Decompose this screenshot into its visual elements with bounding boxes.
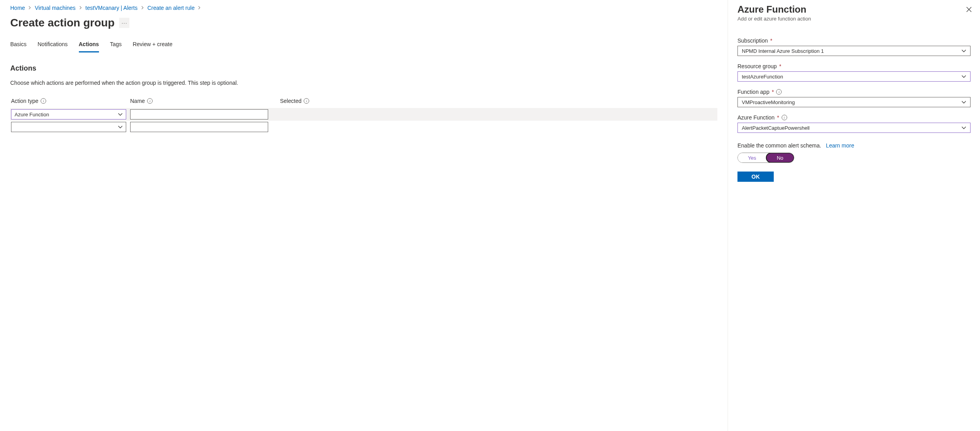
- action-type-select[interactable]: Azure Function: [11, 109, 126, 119]
- tab-notifications[interactable]: Notifications: [37, 41, 67, 52]
- panel-title: Azure Function: [737, 4, 971, 15]
- action-name-input[interactable]: [130, 122, 268, 132]
- info-icon[interactable]: i: [41, 98, 46, 104]
- field-function-app: Function app * i VMProactiveMonitoring: [737, 89, 971, 107]
- action-name-input[interactable]: [130, 109, 268, 119]
- required-indicator: *: [777, 114, 779, 121]
- subscription-value: NPMD Internal Azure Subscription 1: [742, 48, 824, 54]
- subscription-select[interactable]: NPMD Internal Azure Subscription 1: [737, 46, 971, 56]
- tab-tags[interactable]: Tags: [110, 41, 122, 52]
- chevron-down-icon: [118, 112, 123, 117]
- main-content: Home Virtual machines testVMcanary | Ale…: [0, 0, 728, 431]
- schema-text-row: Enable the common alert schema. Learn mo…: [737, 142, 971, 149]
- side-panel: Azure Function Add or edit azure functio…: [728, 0, 980, 431]
- chevron-right-icon: [28, 5, 32, 11]
- breadcrumb-item[interactable]: testVMcanary | Alerts: [86, 5, 138, 11]
- tab-review-create[interactable]: Review + create: [133, 41, 172, 52]
- chevron-right-icon: [79, 5, 82, 11]
- chevron-down-icon: [961, 125, 966, 130]
- page-title: Create action group: [10, 17, 114, 29]
- azure-function-select[interactable]: AlertPacketCaptuePowershell: [737, 123, 971, 133]
- chevron-right-icon: [198, 5, 201, 11]
- more-button[interactable]: ···: [119, 18, 129, 28]
- breadcrumb-item[interactable]: Home: [10, 5, 25, 11]
- close-button[interactable]: [965, 6, 973, 13]
- function-app-label: Function app: [737, 89, 769, 95]
- chevron-right-icon: [141, 5, 144, 11]
- breadcrumb: Home Virtual machines testVMcanary | Ale…: [10, 5, 717, 11]
- field-subscription: Subscription * NPMD Internal Azure Subsc…: [737, 37, 971, 56]
- action-type-value: Azure Function: [15, 112, 49, 118]
- tabs: Basics Notifications Actions Tags Review…: [10, 41, 717, 52]
- azure-function-label: Azure Function: [737, 114, 775, 121]
- table-header: Action type i Name i Selected i: [10, 98, 717, 108]
- required-indicator: *: [779, 63, 781, 69]
- info-icon[interactable]: i: [304, 98, 309, 104]
- tab-basics[interactable]: Basics: [10, 41, 26, 52]
- section-description: Choose which actions are performed when …: [10, 80, 717, 86]
- subscription-label: Subscription: [737, 37, 768, 44]
- title-row: Create action group ···: [10, 17, 717, 29]
- breadcrumb-item[interactable]: Virtual machines: [35, 5, 75, 11]
- toggle-no[interactable]: No: [766, 153, 794, 163]
- function-app-value: VMProactiveMonitoring: [742, 99, 795, 105]
- chevron-down-icon: [118, 125, 123, 129]
- panel-subtitle: Add or edit azure function action: [737, 16, 971, 22]
- col-header-name: Name: [130, 98, 145, 104]
- required-indicator: *: [770, 37, 772, 44]
- required-indicator: *: [772, 89, 774, 95]
- resource-group-select[interactable]: testAzureFunction: [737, 71, 971, 82]
- schema-text: Enable the common alert schema.: [737, 142, 821, 149]
- chevron-down-icon: [961, 74, 966, 79]
- chevron-down-icon: [961, 100, 966, 104]
- action-type-select[interactable]: [11, 122, 126, 132]
- resource-group-value: testAzureFunction: [742, 74, 783, 80]
- section-title: Actions: [10, 64, 717, 73]
- close-icon: [966, 7, 972, 12]
- toggle-yes[interactable]: Yes: [738, 153, 766, 162]
- info-icon[interactable]: i: [782, 115, 787, 120]
- info-icon[interactable]: i: [147, 98, 153, 104]
- info-icon[interactable]: i: [776, 89, 782, 95]
- chevron-down-icon: [961, 49, 966, 53]
- actions-table: Action type i Name i Selected i Azure Fu…: [10, 98, 717, 133]
- resource-group-label: Resource group: [737, 63, 777, 69]
- col-header-selected: Selected: [280, 98, 301, 104]
- table-row: Azure Function: [10, 108, 717, 121]
- learn-more-link[interactable]: Learn more: [826, 142, 854, 149]
- table-row: [10, 121, 717, 133]
- tab-actions[interactable]: Actions: [79, 41, 99, 52]
- field-azure-function: Azure Function * i AlertPacketCaptuePowe…: [737, 114, 971, 133]
- function-app-select[interactable]: VMProactiveMonitoring: [737, 97, 971, 107]
- azure-function-value: AlertPacketCaptuePowershell: [742, 125, 810, 131]
- schema-toggle[interactable]: Yes No: [737, 153, 794, 163]
- col-header-type: Action type: [11, 98, 38, 104]
- breadcrumb-item[interactable]: Create an alert rule: [147, 5, 195, 11]
- field-resource-group: Resource group * testAzureFunction: [737, 63, 971, 82]
- ok-button[interactable]: OK: [737, 172, 774, 182]
